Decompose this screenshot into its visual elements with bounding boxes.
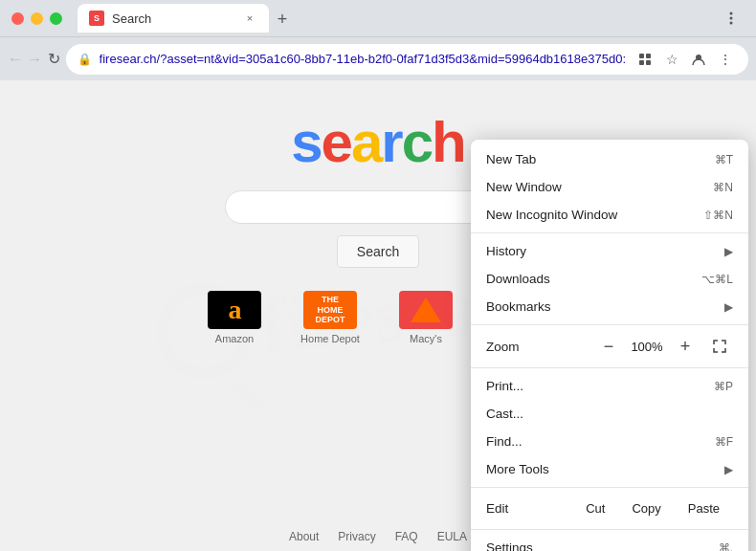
search-button[interactable]: Search	[337, 235, 419, 268]
logo-letter-a: a	[351, 110, 381, 174]
menu-zoom-label: Zoom	[486, 340, 588, 354]
extensions-button[interactable]	[634, 48, 656, 71]
edit-label: Edit	[486, 501, 572, 516]
lock-icon: 🔒	[78, 53, 92, 66]
footer-privacy[interactable]: Privacy	[338, 530, 375, 543]
menu-item-more-tools-label: More Tools	[486, 462, 724, 476]
menu-item-new-incognito[interactable]: New Incognito Window ⇧⌘N	[471, 201, 748, 229]
menu-button[interactable]: ⋮	[714, 48, 737, 71]
back-button[interactable]: ←	[8, 44, 23, 75]
minimize-window-button[interactable]	[31, 12, 43, 25]
menu-edit-row: Edit Cut Copy Paste	[471, 492, 748, 525]
menu-item-bookmarks[interactable]: Bookmarks ▶	[471, 293, 748, 320]
svg-rect-3	[639, 54, 644, 58]
context-menu: New Tab ⌘T New Window ⌘N New Incognito W…	[471, 140, 748, 551]
menu-item-new-tab[interactable]: New Tab ⌘T	[471, 145, 748, 173]
zoom-controls: − 100% +	[595, 333, 733, 360]
shortcut-amazon[interactable]: a Amazon	[196, 291, 273, 348]
shortcut-macys[interactable]: macy's Macy's	[388, 291, 464, 348]
zoom-minus-button[interactable]: −	[595, 333, 622, 360]
svg-point-0	[730, 12, 733, 15]
menu-item-more-tools[interactable]: More Tools ▶	[471, 455, 748, 483]
search-logo: search	[291, 109, 465, 175]
svg-rect-4	[646, 54, 651, 58]
menu-item-new-incognito-shortcut: ⇧⌘N	[703, 209, 733, 222]
menu-item-new-window-label: New Window	[486, 180, 698, 194]
reload-button[interactable]: ↻	[46, 44, 61, 75]
logo-letter-s: s	[291, 110, 321, 174]
footer-about[interactable]: About	[289, 530, 319, 543]
footer-eula[interactable]: EULA	[437, 530, 467, 543]
footer-links: About Privacy FAQ EULA	[289, 530, 467, 543]
new-tab-button[interactable]: +	[269, 6, 296, 33]
forward-button[interactable]: →	[27, 44, 42, 75]
browser-window: S Search × + ← → ↻ 🔒 firesear.ch/?asset=…	[0, 0, 756, 551]
footer-faq[interactable]: FAQ	[395, 530, 418, 543]
url-text: firesear.ch/?asset=nt&vid=305a1c60-8bb7-…	[100, 52, 626, 66]
logo-letter-e: e	[322, 110, 351, 174]
menu-item-print[interactable]: Print... ⌘P	[471, 372, 748, 400]
cut-button[interactable]: Cut	[572, 497, 618, 519]
menu-item-cast-label: Cast...	[486, 407, 733, 421]
close-window-button[interactable]	[11, 12, 24, 25]
history-arrow-icon: ▶	[724, 245, 733, 258]
macys-icon: macy's	[399, 291, 453, 329]
menu-item-history-label: History	[486, 244, 724, 258]
menu-item-new-window[interactable]: New Window ⌘N	[471, 173, 748, 201]
paste-button[interactable]: Paste	[675, 497, 733, 519]
zoom-fullscreen-button[interactable]	[706, 333, 733, 360]
logo-letter-h: h	[432, 110, 465, 174]
svg-rect-6	[646, 60, 651, 65]
tab-favicon: S	[89, 11, 104, 26]
menu-item-new-tab-label: New Tab	[486, 152, 700, 166]
menu-item-new-incognito-label: New Incognito Window	[486, 208, 688, 222]
bookmark-button[interactable]: ☆	[660, 48, 683, 71]
menu-item-downloads-label: Downloads	[486, 272, 686, 286]
maximize-window-button[interactable]	[50, 12, 62, 25]
menu-item-settings[interactable]: Settings ⌘,	[471, 534, 748, 551]
profile-button[interactable]	[687, 48, 710, 71]
copy-button[interactable]: Copy	[618, 497, 674, 519]
menu-zoom-row: Zoom − 100% +	[471, 329, 748, 364]
menu-item-cast[interactable]: Cast...	[471, 400, 748, 428]
tab-close-button[interactable]: ×	[242, 11, 257, 26]
search-input[interactable]	[241, 199, 499, 215]
shortcut-homedepot[interactable]: THEHOMEDEPOT Home Depot	[292, 291, 368, 348]
menu-item-bookmarks-label: Bookmarks	[486, 299, 724, 314]
menu-item-new-window-shortcut: ⌘N	[713, 181, 733, 194]
menu-item-settings-shortcut: ⌘,	[719, 541, 733, 552]
macys-label: Macy's	[410, 333, 442, 344]
menu-separator-4	[471, 487, 748, 488]
menu-item-print-shortcut: ⌘P	[714, 380, 733, 393]
window-controls	[11, 12, 62, 25]
zoom-plus-button[interactable]: +	[672, 333, 699, 360]
menu-separator-5	[471, 529, 748, 530]
url-bar[interactable]: 🔒 firesear.ch/?asset=nt&vid=305a1c60-8bb…	[66, 44, 748, 75]
address-bar: ← → ↻ 🔒 firesear.ch/?asset=nt&vid=305a1c…	[0, 36, 756, 80]
menu-item-find-label: Find...	[486, 434, 700, 449]
menu-item-print-label: Print...	[486, 379, 699, 393]
menu-separator-2	[471, 324, 748, 325]
zoom-percent: 100%	[630, 340, 664, 354]
active-tab[interactable]: S Search ×	[78, 4, 269, 33]
amazon-icon: a	[208, 291, 261, 329]
browser-menu-button[interactable]	[718, 5, 745, 32]
svg-point-1	[730, 17, 733, 20]
amazon-label: Amazon	[215, 333, 254, 344]
menu-item-new-tab-shortcut: ⌘T	[715, 153, 733, 166]
tab-title: Search	[112, 11, 234, 26]
menu-item-find[interactable]: Find... ⌘F	[471, 428, 748, 455]
svg-point-2	[730, 22, 733, 25]
menu-item-find-shortcut: ⌘F	[715, 435, 733, 449]
page-content: firesear.ch search 🔍 Search a Amazon	[0, 80, 756, 551]
bookmarks-arrow-icon: ▶	[724, 300, 733, 314]
menu-separator-1	[471, 232, 748, 233]
menu-item-history[interactable]: History ▶	[471, 237, 748, 265]
more-tools-arrow-icon: ▶	[724, 463, 733, 476]
svg-rect-5	[639, 60, 644, 65]
logo-letter-r: r	[381, 110, 401, 174]
homedepot-icon: THEHOMEDEPOT	[303, 291, 357, 329]
logo-letter-c: c	[402, 110, 432, 174]
menu-item-downloads[interactable]: Downloads ⌥⌘L	[471, 265, 748, 293]
homedepot-label: Home Depot	[300, 333, 360, 344]
